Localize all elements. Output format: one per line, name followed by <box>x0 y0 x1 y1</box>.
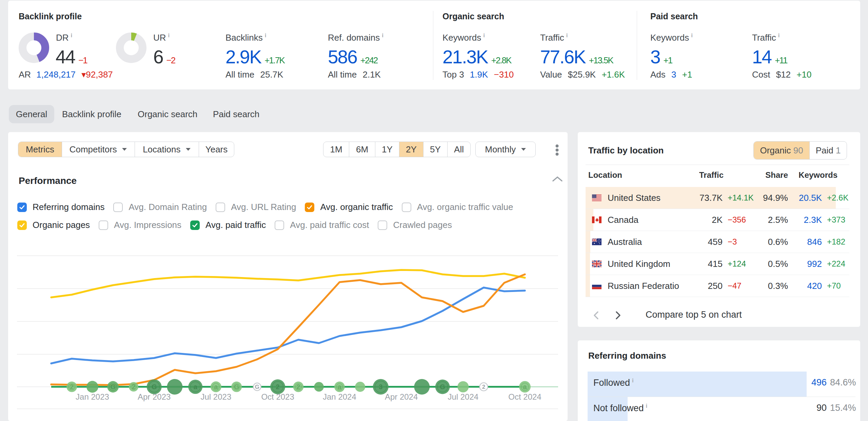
svg-text:3: 3 <box>379 383 382 391</box>
svg-text:a: a <box>194 383 198 391</box>
svg-text:2: 2 <box>70 383 74 391</box>
svg-text:Jan 2024: Jan 2024 <box>323 392 356 401</box>
svg-text:a: a <box>214 383 218 391</box>
svg-text:a: a <box>523 383 527 391</box>
svg-text:2: 2 <box>132 383 135 391</box>
svg-text:Jul 2023: Jul 2023 <box>201 392 232 401</box>
svg-text:Apr 2023: Apr 2023 <box>138 392 171 401</box>
svg-text:2: 2 <box>276 383 280 391</box>
svg-text:G: G <box>152 383 157 391</box>
svg-text:Jul 2024: Jul 2024 <box>448 392 478 401</box>
svg-text:G: G <box>110 383 116 391</box>
svg-text:G: G <box>234 383 239 391</box>
svg-text:Oct 2024: Oct 2024 <box>508 392 541 401</box>
svg-text:2: 2 <box>296 383 300 391</box>
svg-text:Jan 2023: Jan 2023 <box>76 392 109 401</box>
svg-text:G: G <box>440 383 445 391</box>
svg-text:2: 2 <box>482 384 485 390</box>
svg-text:a: a <box>338 383 342 391</box>
svg-text:G: G <box>255 384 259 390</box>
svg-text:Apr 2024: Apr 2024 <box>385 392 418 401</box>
svg-text:Oct 2023: Oct 2023 <box>261 392 294 401</box>
